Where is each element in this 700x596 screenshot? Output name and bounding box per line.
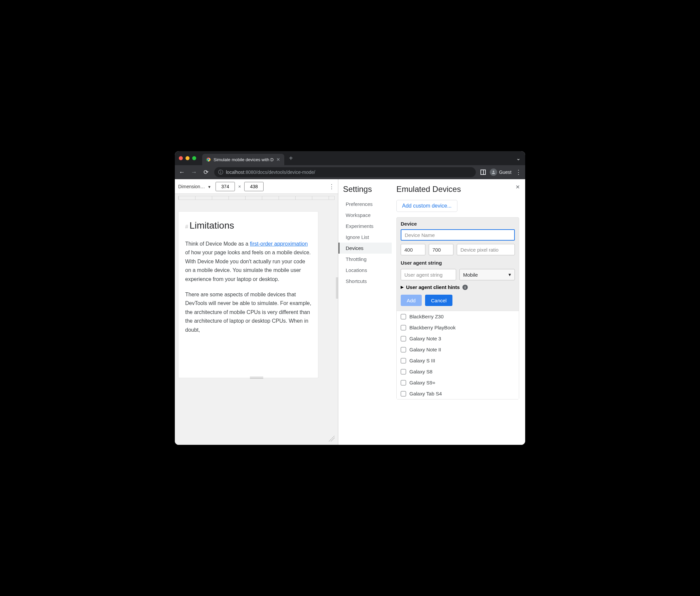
device-list: BlackBerry Z30Blackberry PlayBookGalaxy … bbox=[397, 311, 519, 399]
toolbar-right: Guest ⋮ bbox=[480, 169, 522, 176]
settings-pane: Settings PreferencesWorkspaceExperiments… bbox=[338, 179, 525, 445]
device-checkbox[interactable] bbox=[401, 347, 406, 352]
device-checkbox[interactable] bbox=[401, 380, 406, 386]
device-checkbox[interactable] bbox=[401, 358, 406, 364]
height-input[interactable] bbox=[244, 182, 264, 191]
emulated-devices-title: Emulated Devices bbox=[396, 184, 519, 194]
width-input[interactable] bbox=[216, 182, 235, 191]
cancel-button[interactable]: Cancel bbox=[425, 295, 453, 306]
device-checkbox[interactable] bbox=[401, 314, 406, 319]
settings-item-shortcuts[interactable]: Shortcuts bbox=[343, 276, 392, 287]
titlebar: Simulate mobile devices with D ✕ + ⌄ bbox=[175, 151, 525, 165]
chevron-down-icon: ▼ bbox=[207, 185, 211, 189]
settings-title: Settings bbox=[343, 184, 392, 194]
device-label: Galaxy S III bbox=[409, 358, 435, 364]
add-device-button[interactable]: Add bbox=[401, 295, 422, 306]
settings-item-preferences[interactable]: Preferences bbox=[343, 199, 392, 209]
info-icon[interactable]: i bbox=[462, 284, 468, 290]
settings-item-throttling[interactable]: Throttling bbox=[343, 254, 392, 265]
device-label: BlackBerry Z30 bbox=[409, 314, 444, 319]
device-row[interactable]: BlackBerry Z30 bbox=[397, 311, 519, 322]
first-order-approximation-link[interactable]: first-order approximation bbox=[250, 241, 308, 247]
anchor-hash-icon: # bbox=[185, 224, 188, 230]
new-tab-button[interactable]: + bbox=[289, 154, 293, 162]
tab-close-icon[interactable]: ✕ bbox=[276, 157, 280, 162]
device-label: Blackberry PlayBook bbox=[409, 325, 455, 330]
device-row[interactable]: Galaxy S III bbox=[397, 355, 519, 366]
url-text: localhost:8080/docs/devtools/device-mode… bbox=[226, 170, 315, 175]
device-row[interactable]: Galaxy Note II bbox=[397, 344, 519, 355]
browser-menu-button[interactable]: ⋮ bbox=[516, 169, 522, 176]
device-label: Galaxy Note II bbox=[409, 347, 441, 352]
device-row[interactable]: Blackberry PlayBook bbox=[397, 322, 519, 333]
device-section-label: Device bbox=[401, 221, 515, 227]
settings-sidebar: Settings PreferencesWorkspaceExperiments… bbox=[338, 179, 392, 445]
back-button[interactable]: ← bbox=[178, 169, 185, 176]
device-row[interactable]: Galaxy S8 bbox=[397, 366, 519, 377]
device-toolbar: Dimension… ▼ × ⋮ bbox=[175, 179, 338, 194]
device-mode-pane: Dimension… ▼ × ⋮ #Limitations Think of D… bbox=[175, 179, 338, 445]
device-toolbar-menu[interactable]: ⋮ bbox=[329, 183, 335, 190]
device-row[interactable]: Galaxy S9+ bbox=[397, 377, 519, 388]
device-row[interactable]: Galaxy Tab S4 bbox=[397, 388, 519, 399]
minimize-window-icon[interactable] bbox=[185, 156, 190, 160]
maximize-window-icon[interactable] bbox=[192, 156, 196, 160]
device-label: Galaxy Tab S4 bbox=[409, 391, 442, 396]
add-custom-device-button[interactable]: Add custom device... bbox=[396, 200, 457, 212]
url-field[interactable]: ⓘ localhost:8080/docs/devtools/device-mo… bbox=[214, 167, 476, 177]
user-agent-input[interactable] bbox=[401, 269, 456, 280]
profile-label: Guest bbox=[499, 170, 511, 175]
settings-item-workspace[interactable]: Workspace bbox=[343, 209, 392, 221]
user-agent-type-select[interactable]: Mobile ▾ bbox=[459, 269, 515, 280]
device-row[interactable]: Galaxy Note 3 bbox=[397, 333, 519, 344]
browser-tab[interactable]: Simulate mobile devices with D ✕ bbox=[202, 154, 284, 165]
page-paragraph-2: There are some aspects of mobile devices… bbox=[185, 290, 311, 334]
user-agent-section-label: User agent string bbox=[401, 260, 515, 266]
device-checkbox[interactable] bbox=[401, 369, 406, 374]
chrome-icon bbox=[206, 157, 211, 162]
reload-button[interactable]: ⟳ bbox=[202, 169, 209, 176]
viewport-resize-handle-bottom[interactable] bbox=[250, 377, 263, 379]
user-agent-type-value: Mobile bbox=[463, 272, 478, 278]
profile-button[interactable]: Guest bbox=[490, 169, 511, 176]
avatar-icon bbox=[490, 169, 497, 176]
site-info-icon[interactable]: ⓘ bbox=[218, 169, 223, 176]
panel-toggle-icon[interactable] bbox=[480, 170, 486, 175]
device-label: Galaxy Note 3 bbox=[409, 336, 441, 341]
settings-item-locations[interactable]: Locations bbox=[343, 265, 392, 276]
device-name-input[interactable] bbox=[401, 229, 515, 241]
device-height-input[interactable] bbox=[429, 244, 453, 255]
chevron-down-icon: ▾ bbox=[508, 272, 511, 278]
device-checkbox[interactable] bbox=[401, 391, 406, 396]
page-heading: #Limitations bbox=[185, 220, 311, 231]
pane-resize-grip[interactable] bbox=[329, 436, 335, 442]
settings-item-ignore-list[interactable]: Ignore List bbox=[343, 231, 392, 243]
ua-client-hints-disclosure[interactable]: ▶ User agent client hints i bbox=[401, 284, 515, 290]
settings-close-icon[interactable]: ✕ bbox=[516, 184, 520, 190]
address-bar: ← → ⟳ ⓘ localhost:8080/docs/devtools/dev… bbox=[175, 165, 525, 179]
close-window-icon[interactable] bbox=[179, 156, 183, 160]
ruler bbox=[178, 196, 335, 200]
main-area: Dimension… ▼ × ⋮ #Limitations Think of D… bbox=[175, 179, 525, 445]
viewport-area: #Limitations Think of Device Mode as a f… bbox=[175, 194, 338, 445]
window-controls bbox=[179, 156, 196, 160]
device-checkbox[interactable] bbox=[401, 336, 406, 341]
dimensions-separator: × bbox=[238, 184, 241, 189]
ua-client-hints-label: User agent client hints bbox=[406, 284, 460, 290]
tab-title: Simulate mobile devices with D bbox=[214, 157, 274, 162]
forward-button[interactable]: → bbox=[190, 169, 198, 176]
browser-window: Simulate mobile devices with D ✕ + ⌄ ← →… bbox=[175, 151, 525, 445]
viewport-resize-handle-right[interactable] bbox=[336, 277, 338, 299]
tabs-overflow-icon[interactable]: ⌄ bbox=[516, 155, 521, 162]
settings-item-experiments[interactable]: Experiments bbox=[343, 221, 392, 231]
simulated-viewport: #Limitations Think of Device Mode as a f… bbox=[178, 211, 318, 378]
custom-device-form: Device User agent string bbox=[396, 217, 519, 399]
settings-content: ✕ Emulated Devices Add custom device... … bbox=[392, 179, 525, 445]
device-width-input[interactable] bbox=[401, 244, 425, 255]
device-checkbox[interactable] bbox=[401, 325, 406, 330]
page-paragraph-1: Think of Device Mode as a first-order ap… bbox=[185, 240, 311, 284]
settings-item-devices[interactable]: Devices bbox=[338, 243, 392, 254]
dimensions-dropdown[interactable]: Dimension… ▼ bbox=[178, 184, 212, 189]
svg-point-2 bbox=[493, 171, 494, 172]
device-pixel-ratio-input[interactable] bbox=[457, 244, 515, 255]
